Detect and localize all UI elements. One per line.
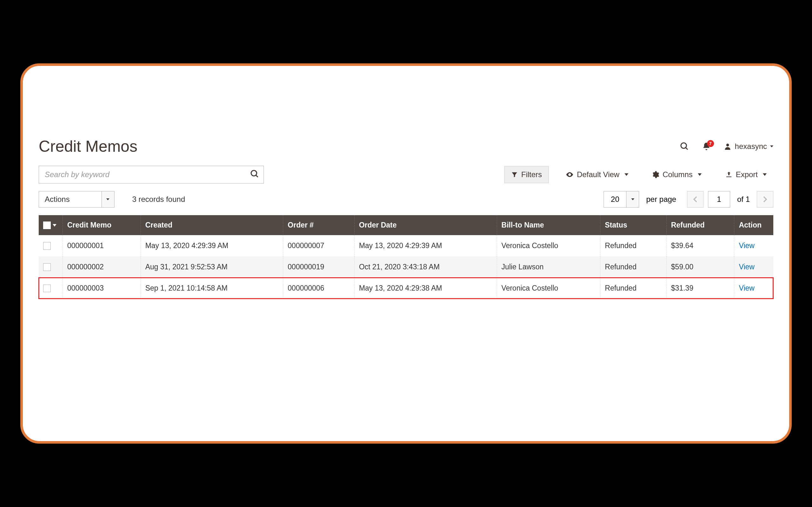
- cell-order-date: May 13, 2020 4:29:39 AM: [354, 235, 497, 257]
- default-view-label: Default View: [577, 170, 619, 179]
- header-created[interactable]: Created: [141, 215, 283, 235]
- cell-order: 000000006: [283, 278, 355, 299]
- cell-status: Refunded: [600, 257, 667, 278]
- cell-memo: 000000002: [62, 257, 141, 278]
- cell-bill-to: Veronica Costello: [497, 235, 600, 257]
- search-field: [39, 166, 264, 183]
- view-link[interactable]: View: [739, 241, 754, 250]
- toolbar-buttons: Filters Default View Columns Export: [504, 166, 773, 183]
- header-action[interactable]: Action: [734, 215, 773, 235]
- chevron-down-icon: [763, 173, 767, 176]
- actions-dropdown[interactable]: Actions: [39, 191, 114, 208]
- svg-point-0: [681, 143, 687, 149]
- header-actions: 7 hexasync: [680, 142, 773, 151]
- cell-created: May 13, 2020 4:29:39 AM: [141, 235, 283, 257]
- row-checkbox[interactable]: [43, 285, 51, 292]
- notifications-icon[interactable]: 7: [702, 142, 711, 151]
- chevron-down-icon: [698, 173, 702, 176]
- app-frame: Credit Memos 7 hexasync: [20, 63, 792, 444]
- export-label: Export: [736, 170, 758, 179]
- table-row[interactable]: 000000001May 13, 2020 4:29:39 AM00000000…: [39, 235, 773, 257]
- pagination: 20 per page of 1: [604, 191, 773, 208]
- per-page-label: per page: [646, 195, 676, 204]
- row-checkbox[interactable]: [43, 263, 51, 271]
- credit-memos-table: Credit Memo Created Order # Order Date B…: [39, 215, 773, 299]
- per-page-selector[interactable]: 20: [604, 191, 639, 208]
- svg-point-3: [251, 170, 257, 176]
- chevron-down-icon: [770, 146, 773, 147]
- actions-label: Actions: [39, 191, 101, 207]
- cell-order-date: May 13, 2020 4:29:38 AM: [354, 278, 497, 299]
- header-order-date[interactable]: Order Date: [354, 215, 497, 235]
- header-status[interactable]: Status: [600, 215, 667, 235]
- cell-refunded: $31.39: [666, 278, 734, 299]
- next-page-button[interactable]: [757, 191, 773, 208]
- user-menu[interactable]: hexasync: [723, 142, 773, 151]
- page-input[interactable]: [708, 191, 730, 208]
- cell-order: 000000007: [283, 235, 355, 257]
- records-count: 3 records found: [132, 195, 185, 204]
- per-page-value: 20: [604, 191, 626, 207]
- select-all-checkbox[interactable]: [43, 222, 51, 229]
- default-view-button[interactable]: Default View: [559, 166, 635, 183]
- cell-order: 000000019: [283, 257, 355, 278]
- cell-refunded: $59.00: [666, 257, 734, 278]
- grid-controls: Actions 3 records found 20 per page of 1: [39, 191, 773, 208]
- cell-memo: 000000003: [62, 278, 141, 299]
- row-checkbox[interactable]: [43, 242, 51, 250]
- search-input[interactable]: [39, 166, 264, 183]
- filters-button[interactable]: Filters: [504, 166, 548, 183]
- table-header-row: Credit Memo Created Order # Order Date B…: [39, 215, 773, 235]
- columns-label: Columns: [663, 170, 693, 179]
- cell-memo: 000000001: [62, 235, 141, 257]
- cell-bill-to: Veronica Costello: [497, 278, 600, 299]
- chevron-down-icon: [101, 191, 114, 207]
- username: hexasync: [735, 142, 767, 151]
- select-all-header[interactable]: [39, 215, 62, 235]
- header-credit-memo[interactable]: Credit Memo: [62, 215, 141, 235]
- export-button[interactable]: Export: [718, 166, 773, 183]
- cell-status: Refunded: [600, 278, 667, 299]
- view-link[interactable]: View: [739, 284, 754, 292]
- svg-line-4: [256, 175, 258, 177]
- svg-line-1: [686, 148, 687, 150]
- toolbar: Filters Default View Columns Export: [39, 166, 773, 183]
- notification-badge: 7: [707, 140, 714, 147]
- table-row[interactable]: 000000002Aug 31, 2021 9:52:53 AM00000001…: [39, 257, 773, 278]
- prev-page-button[interactable]: [687, 191, 704, 208]
- cell-created: Aug 31, 2021 9:52:53 AM: [141, 257, 283, 278]
- cell-bill-to: Julie Lawson: [497, 257, 600, 278]
- header-bill-to[interactable]: Bill-to Name: [497, 215, 600, 235]
- page-title: Credit Memos: [39, 137, 137, 156]
- cell-refunded: $39.64: [666, 235, 734, 257]
- cell-status: Refunded: [600, 235, 667, 257]
- grid-controls-left: Actions 3 records found: [39, 191, 185, 208]
- chevron-down-icon: [626, 191, 639, 207]
- table-row[interactable]: 000000003Sep 1, 2021 10:14:58 AM00000000…: [39, 278, 773, 299]
- header: Credit Memos 7 hexasync: [39, 137, 773, 156]
- page-of-label: of 1: [737, 195, 750, 204]
- chevron-down-icon: [53, 224, 56, 227]
- filters-label: Filters: [521, 170, 542, 179]
- chevron-down-icon: [624, 173, 628, 176]
- search-submit-icon[interactable]: [250, 169, 259, 180]
- columns-button[interactable]: Columns: [645, 166, 708, 183]
- cell-created: Sep 1, 2021 10:14:58 AM: [141, 278, 283, 299]
- search-icon[interactable]: [680, 142, 689, 151]
- svg-point-2: [726, 144, 729, 147]
- header-refunded[interactable]: Refunded: [666, 215, 734, 235]
- cell-order-date: Oct 21, 2020 3:43:18 AM: [354, 257, 497, 278]
- view-link[interactable]: View: [739, 263, 754, 271]
- header-order[interactable]: Order #: [283, 215, 355, 235]
